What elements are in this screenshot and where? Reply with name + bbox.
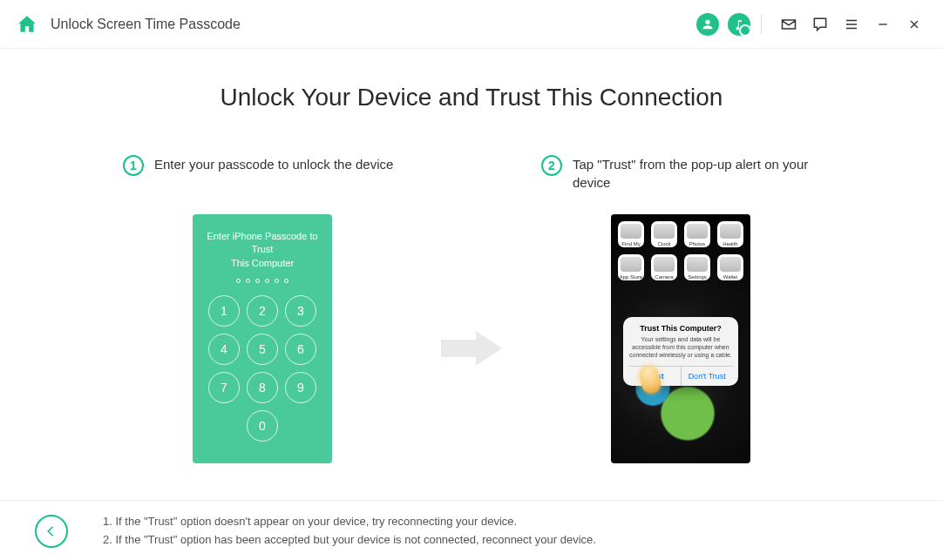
footer-tips: 1. If the "Trust" option doesn't appear … xyxy=(103,513,596,550)
back-button[interactable] xyxy=(35,515,68,548)
passcode-dots xyxy=(201,279,323,283)
main-content: Unlock Your Device and Trust This Connec… xyxy=(0,49,943,463)
main-heading: Unlock Your Device and Trust This Connec… xyxy=(52,84,891,111)
alert-dont-trust-button: Don't Trust xyxy=(682,367,734,386)
app-icon: Health xyxy=(717,221,743,247)
minimize-button[interactable] xyxy=(870,11,896,37)
alert-body: Your settings and data will be accessibl… xyxy=(628,335,733,359)
titlebar: Unlock Screen Time Passcode xyxy=(0,0,943,49)
step-1-text: Enter your passcode to unlock the device xyxy=(154,155,393,173)
alert-title: Trust This Computer? xyxy=(628,324,733,333)
step-2: 2 Tap "Trust" from the pop-up alert on y… xyxy=(541,155,820,463)
app-icon: Camera xyxy=(651,254,677,280)
app-grid: Find My Clock Photos Health App Store Ca… xyxy=(611,221,750,280)
keypad: 123 456 789 0 xyxy=(201,295,323,442)
tip-1: 1. If the "Trust" option doesn't appear … xyxy=(103,513,596,531)
page-title: Unlock Screen Time Passcode xyxy=(51,17,241,32)
trust-phone-illustration: Find My Clock Photos Health App Store Ca… xyxy=(611,214,750,463)
phone1-title-line1: Enter iPhone Passcode to Trust xyxy=(207,231,317,254)
step-1: 1 Enter your passcode to unlock the devi… xyxy=(123,155,402,463)
home-icon[interactable] xyxy=(16,13,38,36)
mail-icon[interactable] xyxy=(776,11,802,37)
app-icon: Wallet xyxy=(717,254,743,280)
step-2-text: Tap "Trust" from the pop-up alert on you… xyxy=(573,155,820,192)
svg-marker-0 xyxy=(441,331,502,366)
account-icon[interactable] xyxy=(695,11,721,37)
menu-icon[interactable] xyxy=(838,11,865,37)
feedback-icon[interactable] xyxy=(807,11,833,37)
app-icon: Find My xyxy=(618,221,644,247)
footer: 1. If the "Trust" option doesn't appear … xyxy=(0,500,943,560)
separator xyxy=(761,15,762,34)
close-button[interactable] xyxy=(901,11,927,37)
phone1-title-line2: This Computer xyxy=(231,258,294,268)
step-2-badge: 2 xyxy=(541,155,562,176)
passcode-phone-illustration: Enter iPhone Passcode to Trust This Comp… xyxy=(193,214,332,463)
app-icon: Settings xyxy=(684,254,710,280)
app-icon: Photos xyxy=(684,221,710,247)
app-icon: App Store xyxy=(618,254,644,280)
tip-2: 2. If the "Trust" option has been accept… xyxy=(103,531,596,550)
app-icon: Clock xyxy=(651,221,677,247)
step-1-badge: 1 xyxy=(123,155,144,176)
arrow-icon xyxy=(437,327,506,370)
music-search-icon[interactable] xyxy=(726,11,752,37)
